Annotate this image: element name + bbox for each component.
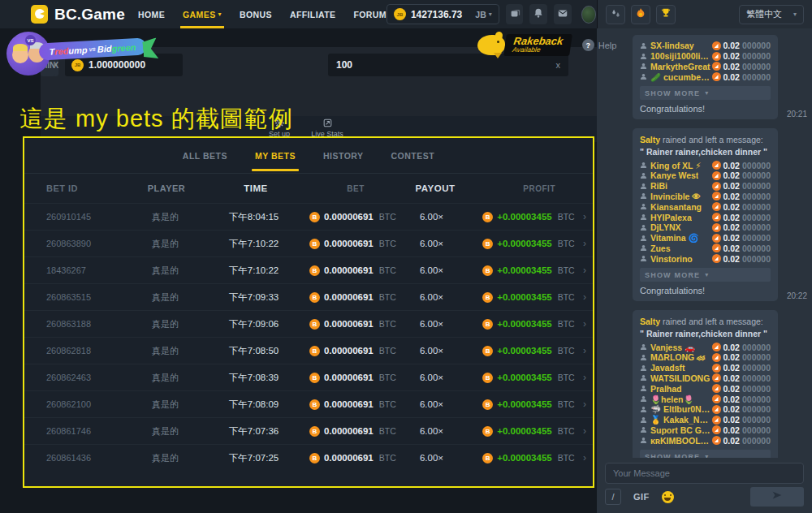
rain-recipient-row[interactable]: 100siji1000limo 0.02 000000 xyxy=(640,51,771,62)
rain-recipient-row[interactable]: Vitamina 🌀 0.02 000000 xyxy=(640,233,771,244)
rain-recipient-row[interactable]: Invincible 👁 0.02 000000 xyxy=(640,192,771,202)
bets-tab[interactable]: MY BETS xyxy=(255,151,296,161)
rain-recipient-row[interactable]: Javadsft 0.02 000000 xyxy=(640,363,771,373)
rain-recipient-row[interactable]: Zues 0.02 000000 xyxy=(640,244,771,254)
bet-row[interactable]: 260861746 真是的 下午7:07:36 B 0.00000691 BTC… xyxy=(24,417,593,444)
bet-row[interactable]: 260910145 真是的 下午8:04:15 B 0.00000691 BTC… xyxy=(24,203,593,230)
rain-recipient-row[interactable]: 🦈 EltIbur0N 🌚 0.02 000000 xyxy=(640,404,771,415)
messages-button[interactable] xyxy=(554,4,572,24)
rain-recipient-row[interactable]: Vinstorino 0.02 000000 xyxy=(640,253,771,264)
recipient-name[interactable]: 100siji1000limo xyxy=(650,51,712,61)
recipient-name[interactable]: 🥇 Kakak_Nazwa... xyxy=(650,415,712,425)
rain-recipient-row[interactable]: Pralhad 0.02 000000 xyxy=(640,383,771,394)
rain-recipient-row[interactable]: 🥒 cucumber 🥒 0.02 000000 xyxy=(640,71,771,82)
rain-recipient-row[interactable]: 🥇 Kakak_Nazwa... 0.02 000000 xyxy=(640,415,771,425)
bet-row[interactable]: 260862818 真是的 下午7:08:50 B 0.00000691 BTC… xyxy=(24,337,593,364)
recipient-name[interactable]: 🦈 EltIbur0N 🌚 xyxy=(650,404,712,414)
recipient-name[interactable]: Invincible 👁 xyxy=(650,192,701,201)
recipient-name[interactable]: HYIPalexa xyxy=(650,213,692,222)
recipient-name[interactable]: RiBi xyxy=(650,181,667,191)
language-selector[interactable]: 繁體中文 ▾ xyxy=(739,5,804,24)
slash-commands-button[interactable]: / xyxy=(605,489,621,505)
bet-row[interactable]: 260862100 真是的 下午7:08:09 B 0.00000691 BTC… xyxy=(24,390,593,417)
recipient-name[interactable]: ᴋʀKIMBOOLOOK xyxy=(650,436,712,446)
hot-games-button[interactable] xyxy=(631,5,650,24)
recipient-name[interactable]: SX-lindsay xyxy=(650,41,694,50)
bet-row[interactable]: 260861436 真是的 下午7:07:25 B 0.00000691 BTC… xyxy=(24,444,593,471)
nav-menu-item[interactable]: BONUS xyxy=(240,0,272,28)
rain-recipient-row[interactable]: Kiansantang 0.02 000000 xyxy=(640,201,771,212)
nav-menu-item[interactable]: AFFILIATE xyxy=(290,0,335,28)
recipient-name[interactable]: Kiansantang xyxy=(650,202,702,212)
rain-recipient-row[interactable]: RiBi 0.02 000000 xyxy=(640,181,771,192)
bet-row[interactable]: 260862463 真是的 下午7:08:39 B 0.00000691 BTC… xyxy=(24,364,593,390)
bet-row[interactable]: 260863515 真是的 下午7:09:33 B 0.00000691 BTC… xyxy=(24,283,593,310)
bets-tab[interactable]: HISTORY xyxy=(323,151,364,161)
row-chevron-icon[interactable]: › xyxy=(583,318,593,330)
rain-recipient-row[interactable]: Vanjess 🚗 0.02 000000 xyxy=(640,342,771,352)
send-message-button[interactable] xyxy=(750,487,804,507)
row-chevron-icon[interactable]: › xyxy=(583,291,593,303)
recipient-name[interactable]: WATSILIDONG xyxy=(650,373,710,383)
rain-recipient-row[interactable]: Kanye West 0.02 000000 xyxy=(640,170,771,181)
recipient-name[interactable]: Vinstorino xyxy=(650,254,693,264)
promo-badge[interactable]: VS TredumpvsBidgreen xyxy=(5,28,167,93)
show-more-button[interactable]: SHOW MORE ▾ xyxy=(640,450,771,458)
recipient-name[interactable]: Pralhad xyxy=(650,384,682,394)
rakeback-widget[interactable]: Rakeback Available ? Help xyxy=(477,32,616,58)
recipient-name[interactable]: Javadsft xyxy=(650,363,685,373)
recipient-name[interactable]: 🥒 cucumber 🥒 xyxy=(650,72,712,82)
recipient-name[interactable]: Kanye West xyxy=(650,170,698,180)
bet-row[interactable]: 18436267 真是的 下午7:10:22 B 0.00000691 BTC … xyxy=(24,256,593,283)
show-more-button[interactable]: SHOW MORE ▾ xyxy=(640,268,771,282)
recipient-name[interactable]: Vitamina 🌀 xyxy=(650,233,699,243)
gif-button[interactable]: GIF xyxy=(633,492,650,502)
bet-row[interactable]: 260863188 真是的 下午7:09:06 B 0.00000691 BTC… xyxy=(24,310,593,337)
rain-recipient-row[interactable]: King of XL ⚡ 0.02 000000 xyxy=(640,160,771,170)
rain-recipient-row[interactable]: ᴋʀKIMBOOLOOK 0.02 000000 xyxy=(640,435,771,446)
currency-selector[interactable]: JB ▾ xyxy=(467,10,491,19)
bet-row[interactable]: 260863890 真是的 下午7:10:22 B 0.00000691 BTC… xyxy=(24,230,593,256)
recipient-name[interactable]: MΔRLONG 🏎 xyxy=(650,352,706,362)
show-more-button[interactable]: SHOW MORE ▾ xyxy=(640,86,771,100)
nav-menu-item[interactable]: HOME xyxy=(138,0,165,28)
brand-title[interactable]: BC.Game xyxy=(54,6,125,24)
rain-recipient-row[interactable]: MΔRLONG 🏎 0.02 000000 xyxy=(640,352,771,363)
row-chevron-icon[interactable]: › xyxy=(583,265,593,276)
rainer-name[interactable]: Salty xyxy=(640,135,660,144)
recipient-name[interactable]: Zues xyxy=(650,244,671,253)
recipient-name[interactable]: King of XL ⚡ xyxy=(650,161,702,170)
row-chevron-icon[interactable]: › xyxy=(583,399,593,410)
rain-recipient-row[interactable]: MarkytheGreat 0.02 000000 xyxy=(640,62,771,72)
row-chevron-icon[interactable]: › xyxy=(583,452,593,463)
row-chevron-icon[interactable]: › xyxy=(583,345,593,356)
row-chevron-icon[interactable]: › xyxy=(583,211,593,222)
row-chevron-icon[interactable]: › xyxy=(583,425,593,437)
recipient-name[interactable]: Suport BC Game xyxy=(650,425,712,435)
rain-recipient-row[interactable]: HYIPalexa 0.02 000000 xyxy=(640,212,771,222)
recipient-name[interactable]: DjLYNX xyxy=(650,222,681,232)
live-stats-button[interactable]: Live Stats xyxy=(302,119,352,138)
row-chevron-icon[interactable]: › xyxy=(583,372,593,383)
help-button[interactable]: ? Help xyxy=(582,39,617,51)
rain-button[interactable] xyxy=(606,5,625,24)
balance-pill[interactable]: JB 1427136.73 JB ▾ xyxy=(387,4,499,24)
emoji-picker-button[interactable] xyxy=(662,491,674,503)
nav-menu-item[interactable]: FORUM xyxy=(353,0,387,28)
contest-button[interactable] xyxy=(656,5,676,24)
rain-recipient-row[interactable]: Suport BC Game 0.02 000000 xyxy=(640,425,771,436)
bcgame-logo-icon[interactable] xyxy=(31,5,48,24)
rain-recipient-row[interactable]: DjLYNX 0.02 000000 xyxy=(640,222,771,233)
rain-recipient-row[interactable]: WATSILIDONG 0.02 000000 xyxy=(640,373,771,384)
notifications-button[interactable] xyxy=(529,4,547,24)
rainer-name[interactable]: Salty xyxy=(640,317,660,326)
chat-message-input[interactable] xyxy=(605,463,804,484)
bets-tab[interactable]: ALL BETS xyxy=(183,151,227,161)
bets-tab[interactable]: CONTEST xyxy=(391,151,435,161)
vault-button[interactable] xyxy=(506,4,524,24)
rain-recipient-row[interactable]: 🌷helen🌷 0.02 000000 xyxy=(640,394,771,404)
recipient-name[interactable]: MarkytheGreat xyxy=(650,62,710,71)
rain-recipient-row[interactable]: SX-lindsay 0.02 000000 xyxy=(640,41,771,51)
recipient-name[interactable]: Vanjess 🚗 xyxy=(650,343,695,352)
recipient-name[interactable]: 🌷helen🌷 xyxy=(650,394,694,404)
